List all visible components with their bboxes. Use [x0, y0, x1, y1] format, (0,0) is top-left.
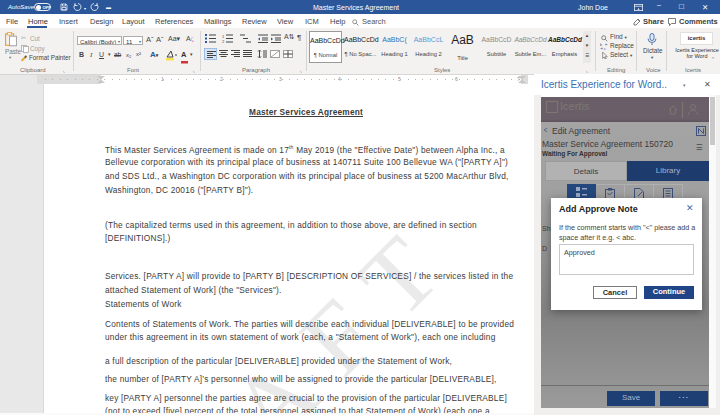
svg-text:1: 1	[222, 34, 225, 39]
svg-text:c: c	[604, 47, 606, 51]
svg-text:b: b	[600, 43, 602, 47]
svg-text:2: 2	[222, 39, 225, 43]
